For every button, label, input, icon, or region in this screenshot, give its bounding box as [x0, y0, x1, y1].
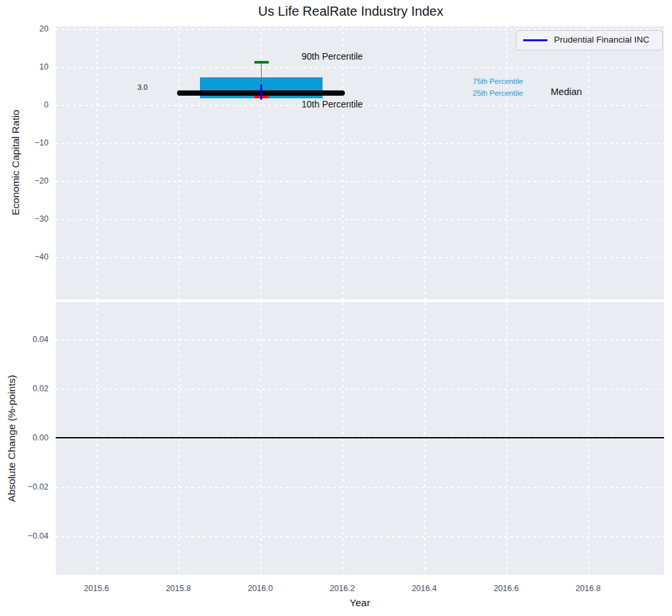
- bottom-plot-area: [56, 302, 664, 575]
- gridline-horizontal: [56, 219, 664, 220]
- zero-change-line: [56, 437, 664, 438]
- gridline-horizontal: [56, 487, 664, 488]
- median-value-label: 3.0: [121, 83, 148, 91]
- x-tick-label: 2016.6: [480, 583, 532, 594]
- y-tick-label: 0.04: [0, 334, 49, 345]
- p10-annotation: 10th Percentile: [302, 99, 363, 109]
- y-tick-label: −10: [0, 138, 49, 148]
- y-tick-label: −0.04: [0, 531, 49, 541]
- boxplot-90th-cap: [254, 61, 269, 64]
- gridline-horizontal: [56, 389, 664, 390]
- gridline-horizontal: [56, 339, 664, 341]
- p25-annotation: 25th Percentile: [473, 89, 523, 97]
- gridline-horizontal: [56, 181, 664, 182]
- p90-annotation: 90th Percentile: [302, 51, 363, 62]
- x-tick-label: 2015.6: [70, 583, 123, 594]
- y-tick-label: −30: [0, 214, 49, 224]
- y-tick-label: −20: [0, 176, 49, 186]
- legend: Prudential Financial INC: [516, 30, 663, 50]
- x-tick-label: 2016.8: [562, 583, 614, 594]
- gridline-horizontal: [56, 257, 664, 258]
- top-plot-area: 3.0 90th Percentile 10th Percentile 75th…: [56, 26, 664, 299]
- p75-annotation: 75th Percentile: [473, 77, 523, 85]
- median-annotation: Median: [551, 87, 582, 97]
- y-tick-label: 10: [0, 62, 49, 72]
- y-tick-label: −0.02: [0, 482, 49, 492]
- y-tick-label: −40: [0, 252, 49, 262]
- prudential-data-marker: [260, 85, 262, 100]
- y-tick-label: 0: [0, 100, 49, 110]
- chart-title: Us Life RealRate Industry Index: [56, 4, 646, 19]
- x-tick-label: 2016.0: [234, 583, 287, 594]
- gridline-horizontal: [56, 67, 664, 68]
- legend-line-sample: [523, 39, 547, 41]
- gridline-horizontal: [56, 143, 664, 144]
- x-tick-label: 2015.8: [152, 583, 205, 594]
- legend-entry-label: Prudential Financial INC: [554, 35, 650, 45]
- y-tick-label: 20: [0, 24, 49, 34]
- top-y-axis-label: Economic Capital Ratio: [9, 64, 22, 261]
- x-tick-label: 2016.2: [316, 583, 368, 594]
- y-tick-label: 0.00: [0, 433, 49, 443]
- y-tick-label: 0.02: [0, 383, 49, 394]
- gridline-horizontal: [56, 536, 664, 537]
- figure: Us Life RealRate Industry Index Economic…: [0, 0, 672, 616]
- x-axis-label: Year: [334, 597, 386, 609]
- x-tick-label: 2016.4: [398, 583, 450, 594]
